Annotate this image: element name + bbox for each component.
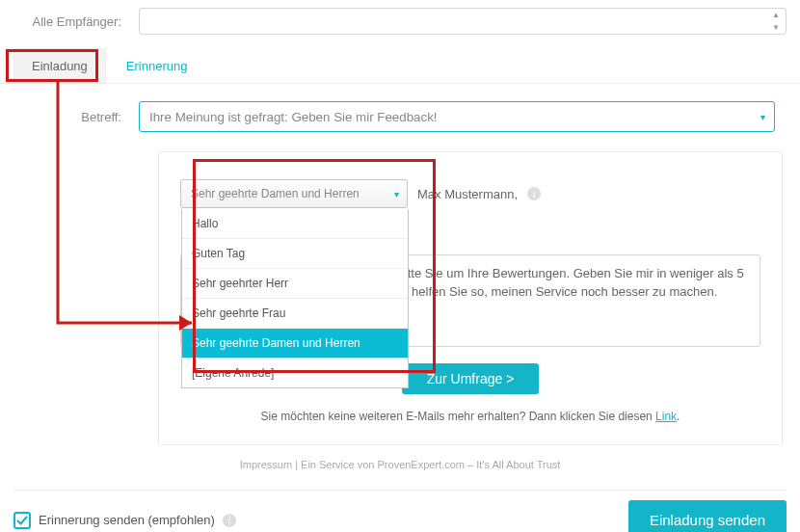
betreff-input[interactable] <box>139 101 775 132</box>
send-invitation-button[interactable]: Einladung senden <box>628 500 787 532</box>
salutation-dropdown: HalloGuten TagSehr geehrter HerrSehr gee… <box>181 209 409 388</box>
spinner-up-icon[interactable]: ▲ <box>767 9 785 21</box>
tabs: Einladung Erinnerung <box>0 48 800 84</box>
to-survey-button[interactable]: Zur Umfrage > <box>402 363 540 394</box>
betreff-label: Betreff: <box>13 110 139 124</box>
recipients-input[interactable] <box>139 8 787 35</box>
salutation-selected-value: Sehr geehrte Damen und Herren <box>191 187 360 200</box>
chevron-down-icon: ▾ <box>394 189 399 200</box>
spinner-down-icon[interactable]: ▼ <box>767 21 785 34</box>
message-panel: Sehr geehrte Damen und Herren ▾ HalloGut… <box>158 151 783 445</box>
salutation-option[interactable]: Sehr geehrter Herr <box>182 269 408 299</box>
optout-link[interactable]: Link <box>655 410 677 423</box>
reminder-checkbox-label: Erinnerung senden (empfohlen) <box>39 513 215 527</box>
salutation-option[interactable]: Guten Tag <box>182 239 408 269</box>
salutation-option[interactable]: Sehr geehrte Damen und Herren <box>182 329 408 359</box>
tab-invitation[interactable]: Einladung <box>13 48 106 83</box>
info-icon[interactable]: i <box>223 514 236 527</box>
optout-after: . <box>677 410 680 423</box>
tab-reminder[interactable]: Erinnerung <box>108 48 206 83</box>
recipients-spinner[interactable]: ▲ ▼ <box>767 9 785 34</box>
salutation-option[interactable]: [Eigene Anrede] <box>182 359 408 387</box>
chevron-down-icon[interactable]: ▾ <box>760 112 765 122</box>
recipient-name: Max Mustermann, <box>417 187 518 201</box>
info-icon[interactable]: i <box>527 187 541 200</box>
optout-before: Sie möchten keine weiteren E-Mails mehr … <box>261 410 656 423</box>
salutation-select[interactable]: Sehr geehrte Damen und Herren ▾ HalloGut… <box>180 179 408 208</box>
salutation-option[interactable]: Sehr geehrte Frau <box>182 299 408 329</box>
reminder-checkbox[interactable] <box>13 512 31 529</box>
footer-note: Impressum | Ein Service von ProvenExpert… <box>13 459 787 470</box>
recipients-label: Alle Empfänger: <box>13 14 139 29</box>
check-icon <box>16 515 28 526</box>
salutation-option[interactable]: Hallo <box>182 209 408 239</box>
optout-text: Sie möchten keine weiteren E-Mails mehr … <box>180 410 760 423</box>
